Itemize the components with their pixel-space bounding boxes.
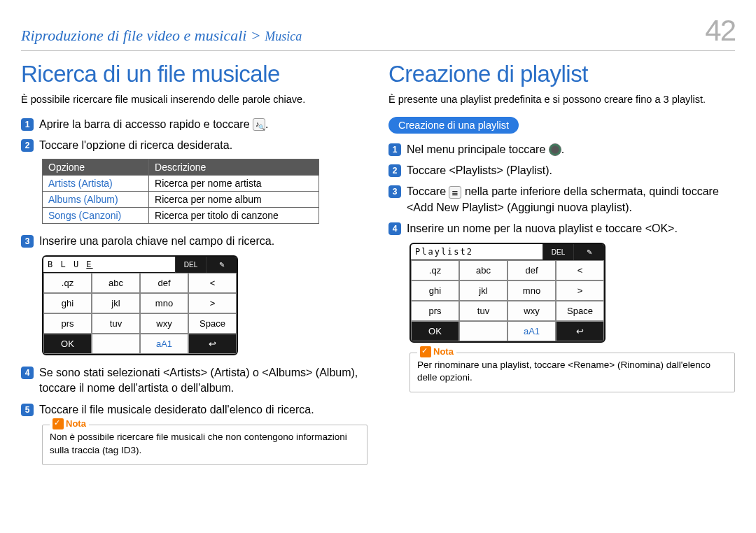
step-text-1: Aprire la barra di accesso rapido e tocc… (39, 117, 269, 132)
step-text-1: Nel menu principale toccare . (407, 142, 564, 157)
key-qz[interactable]: .qz (411, 260, 459, 280)
kbd-edit-button[interactable]: ✎ (573, 244, 604, 260)
kbd-display[interactable]: Playlist2 (411, 244, 542, 260)
key-jkl[interactable]: jkl (92, 293, 140, 313)
key-mode[interactable]: aA1 (140, 334, 188, 354)
kbd-display[interactable]: B L U E (43, 257, 175, 273)
key-prs[interactable]: prs (411, 301, 459, 321)
step-badge-2: 2 (388, 164, 401, 177)
step-text-2: Toccare l'opzione di ricerca desiderata. (39, 138, 232, 153)
left-lead: È possibile ricercare file musicali inse… (21, 93, 368, 107)
key-prs[interactable]: prs (43, 313, 92, 334)
right-step-2: 2 Toccare <Playlists> (Playlist). (388, 163, 735, 178)
note-icon (420, 346, 431, 357)
kbd-del-button[interactable]: DEL (175, 257, 206, 273)
key-mno[interactable]: mno (140, 293, 188, 313)
right-title: Creazione di playlist (388, 61, 735, 87)
right-step-1: 1 Nel menu principale toccare . (388, 142, 735, 157)
step-text-3: Toccare nella parte inferiore della sche… (407, 184, 735, 215)
td-artists-desc: Ricerca per nome artista (149, 176, 319, 192)
left-step-4: 4 Se sono stati selezionati <Artists> (A… (21, 365, 368, 397)
key-space[interactable]: Space (188, 313, 237, 334)
key-blank (92, 334, 140, 354)
options-table: OpzioneDescrizione Artists (Artista)Rice… (42, 159, 319, 224)
key-prev[interactable]: < (556, 260, 604, 280)
note-label: Nota (66, 418, 86, 430)
key-ghi[interactable]: ghi (411, 280, 459, 301)
key-enter[interactable]: ↩ (556, 321, 604, 341)
key-ok[interactable]: OK (411, 321, 459, 341)
key-mno[interactable]: mno (507, 280, 556, 301)
key-blank (459, 321, 507, 341)
step-text-2: Toccare <Playlists> (Playlist). (407, 163, 552, 178)
right-lead: È presente una playlist predefinita e si… (388, 93, 735, 107)
right-step-3: 3 Toccare nella parte inferiore della sc… (388, 184, 735, 215)
step-text-4: Se sono stati selezionati <Artists> (Art… (39, 365, 368, 397)
th-description: Descrizione (149, 159, 319, 176)
step-badge-1: 1 (388, 143, 401, 156)
left-title: Ricerca di un file musicale (21, 61, 368, 87)
key-space[interactable]: Space (556, 301, 604, 321)
td-albums: Albums (Album) (43, 192, 149, 208)
kbd-del-button[interactable]: DEL (542, 244, 573, 260)
key-wxy[interactable]: wxy (507, 301, 556, 321)
key-def[interactable]: def (140, 273, 188, 293)
step-badge-1: 1 (21, 118, 34, 131)
page-header: Riproduzione di file video e musicali > … (21, 14, 735, 51)
key-qz[interactable]: .qz (43, 273, 92, 293)
left-note: Nota Non è possibile ricercare file musi… (42, 425, 368, 465)
step-badge-2: 2 (21, 139, 34, 152)
th-option: Opzione (43, 159, 149, 176)
key-tuv[interactable]: tuv (459, 301, 507, 321)
music-search-icon (253, 118, 265, 131)
breadcrumb-sub: Musica (265, 29, 302, 43)
left-keyboard: B L U E DEL ✎ .qz abc def < ghi jkl mno … (42, 255, 238, 355)
right-column: Creazione di playlist È presente una pla… (388, 61, 735, 465)
section-pill: Creazione di una playlist (388, 117, 519, 134)
td-songs-desc: Ricerca per titolo di canzone (149, 208, 319, 224)
right-note: Nota Per rinominare una playlist, toccar… (410, 353, 735, 393)
key-prev[interactable]: < (188, 273, 237, 293)
right-keyboard: Playlist2 DEL ✎ .qz abc def < ghi jkl mn… (410, 243, 606, 343)
step-text-3: Inserire una parola chiave nel campo di … (39, 234, 274, 249)
td-albums-desc: Ricerca per nome album (149, 192, 319, 208)
left-step-5: 5 Toccare il file musicale desiderato da… (21, 402, 368, 418)
key-jkl[interactable]: jkl (459, 280, 507, 301)
key-wxy[interactable]: wxy (140, 313, 188, 334)
td-songs: Songs (Canzoni) (43, 208, 149, 224)
key-next[interactable]: > (556, 280, 604, 301)
note-icon (52, 418, 64, 429)
left-step-3: 3 Inserire una parola chiave nel campo d… (21, 234, 368, 249)
step-text-5: Toccare il file musicale desiderato dall… (39, 402, 314, 418)
key-ghi[interactable]: ghi (43, 293, 92, 313)
key-next[interactable]: > (188, 293, 237, 313)
breadcrumb-main: Riproduzione di file video e musicali > (21, 27, 265, 44)
note-text: Per rinominare una playlist, toccare <Re… (417, 360, 710, 383)
note-label: Nota (433, 346, 454, 358)
left-step-1: 1 Aprire la barra di accesso rapido e to… (21, 117, 368, 132)
kbd-edit-button[interactable]: ✎ (206, 257, 237, 273)
key-def[interactable]: def (507, 260, 556, 280)
step-badge-3: 3 (21, 235, 34, 248)
key-mode[interactable]: aA1 (507, 321, 556, 341)
page-number: 42 (705, 14, 735, 48)
step-badge-4: 4 (388, 222, 401, 235)
key-abc[interactable]: abc (92, 273, 140, 293)
key-enter[interactable]: ↩ (188, 334, 237, 354)
step-badge-3: 3 (388, 185, 401, 198)
key-abc[interactable]: abc (459, 260, 507, 280)
right-step-4: 4 Inserire un nome per la nuova playlist… (388, 221, 735, 236)
key-tuv[interactable]: tuv (92, 313, 140, 334)
step-badge-5: 5 (21, 404, 34, 416)
key-ok[interactable]: OK (43, 334, 92, 354)
step-badge-4: 4 (21, 367, 34, 379)
player-icon (549, 143, 561, 156)
td-artists: Artists (Artista) (43, 176, 149, 192)
step-text-4: Inserire un nome per la nuova playlist e… (407, 221, 678, 236)
breadcrumb: Riproduzione di file video e musicali > … (21, 27, 302, 45)
left-step-2: 2 Toccare l'opzione di ricerca desiderat… (21, 138, 368, 153)
menu-icon (449, 186, 461, 199)
left-column: Ricerca di un file musicale È possibile … (21, 61, 368, 465)
note-text: Non è possibile ricercare file musicali … (50, 432, 347, 455)
